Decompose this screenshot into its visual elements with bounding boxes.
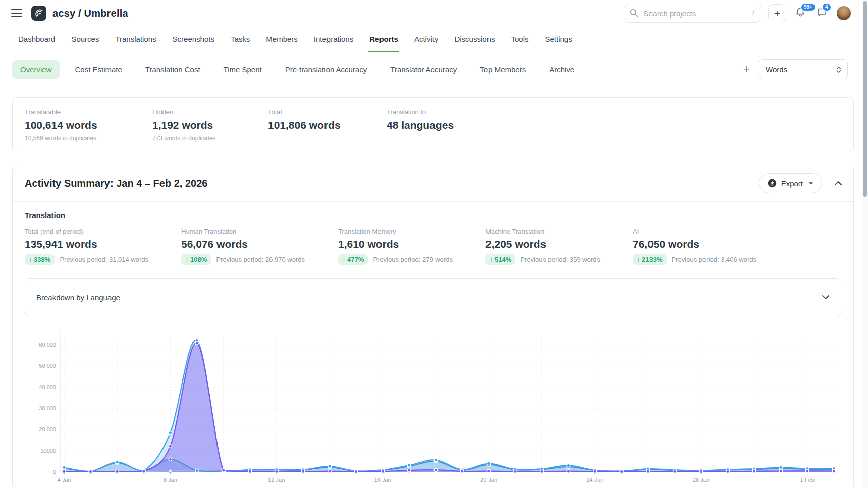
summary-stat-translation-to: Translation to48 languages <box>387 108 454 142</box>
collapse-section-button[interactable] <box>833 178 843 188</box>
metric-previous-period: Previous period: 31,014 words <box>60 256 148 263</box>
stat-note <box>387 135 454 142</box>
svg-text:60 000: 60 000 <box>39 342 56 348</box>
export-download-icon <box>768 179 777 188</box>
svg-text:30 000: 30 000 <box>39 405 56 411</box>
notifications-button[interactable]: 99+ <box>794 6 806 20</box>
breakdown-by-language-panel[interactable]: Breakdown by Language <box>25 278 841 316</box>
metric-delta-badge: ↑ 108% <box>181 254 211 265</box>
export-button[interactable]: Export <box>759 173 822 193</box>
stat-label: Translatable <box>25 108 152 116</box>
summary-stat-translatable: Translatable100,614 words10,569 words in… <box>25 108 152 142</box>
report-tab-translator-accuracy[interactable]: Translator Accuracy <box>382 60 465 79</box>
nav-tab-discussions[interactable]: Discussions <box>453 26 496 52</box>
nav-tab-settings[interactable]: Settings <box>544 26 573 52</box>
svg-text:12 Jan: 12 Jan <box>268 477 285 483</box>
report-tab-cost-estimate[interactable]: Cost Estimate <box>67 60 130 79</box>
project-nav: DashboardSourcesTranslationsScreenshotsT… <box>0 26 868 52</box>
svg-text:20 Jan: 20 Jan <box>480 477 497 483</box>
user-avatar[interactable] <box>837 6 851 20</box>
search-shortcut-hint: / <box>752 9 754 17</box>
nav-tab-members[interactable]: Members <box>265 26 299 52</box>
messages-button[interactable]: 4 <box>816 6 828 20</box>
report-tab-archive[interactable]: Archive <box>541 60 582 79</box>
activity-chart: 01000020 00030 00040 00050 00060 0004 Ja… <box>13 316 853 488</box>
unit-select[interactable]: Words <box>758 59 848 79</box>
svg-text:1 Feb: 1 Feb <box>800 477 815 483</box>
svg-text:8 Jan: 8 Jan <box>164 477 177 483</box>
app-logo[interactable] <box>31 6 46 21</box>
metric-translation-memory: Translation Memory1,610 words↑ 477%Previ… <box>338 228 485 265</box>
words-summary-card: Translatable100,614 words10,569 words in… <box>12 97 854 152</box>
stat-note <box>268 135 387 142</box>
stat-label: Total <box>268 108 387 116</box>
metric-value: 1,610 words <box>338 238 485 250</box>
nav-tab-integrations[interactable]: Integrations <box>313 26 354 52</box>
logo-glyph-icon <box>34 8 44 18</box>
stat-value: 101,806 words <box>268 119 387 131</box>
report-tab-pre-translation-accuracy[interactable]: Pre-translation Accuracy <box>277 60 375 79</box>
svg-text:20 000: 20 000 <box>39 426 56 432</box>
summary-stat-hidden: Hidden1,192 words773 words in duplicates <box>152 108 268 142</box>
nav-tab-activity[interactable]: Activity <box>413 26 440 52</box>
hamburger-menu-icon[interactable] <box>11 9 22 17</box>
project-title: acsy / Umbrella <box>52 8 128 19</box>
metric-previous-period: Previous period: 279 words <box>373 256 453 263</box>
translation-section-title: Translation <box>25 211 841 220</box>
activity-line-chart: 01000020 00030 00040 00050 00060 0004 Ja… <box>25 320 842 488</box>
metric-label: Human Translation <box>181 228 338 235</box>
svg-text:40 000: 40 000 <box>39 384 56 390</box>
messages-badge: 4 <box>822 3 832 12</box>
metric-previous-period: Previous period: 359 words <box>520 256 600 263</box>
report-tab-translation-cost[interactable]: Translation Cost <box>137 60 208 79</box>
stat-label: Translation to <box>387 108 454 116</box>
search-input[interactable] <box>624 4 761 23</box>
nav-tab-translations[interactable]: Translations <box>114 26 157 52</box>
notifications-badge: 99+ <box>800 3 816 12</box>
svg-text:28 Jan: 28 Jan <box>693 477 710 483</box>
stat-value: 1,192 words <box>152 119 268 131</box>
metric-value: 76,050 words <box>633 238 756 250</box>
metric-delta-badge: ↑ 477% <box>338 254 368 265</box>
select-caret-icon <box>836 66 841 73</box>
svg-text:16 Jan: 16 Jan <box>374 477 391 483</box>
scrollbar-thumb[interactable] <box>863 1 867 197</box>
nav-tab-screenshots[interactable]: Screenshots <box>172 26 215 52</box>
report-tab-overview[interactable]: Overview <box>12 60 60 79</box>
stat-value: 100,614 words <box>25 119 152 131</box>
stat-label: Hidden <box>152 108 268 116</box>
svg-text:4 Jan: 4 Jan <box>58 477 71 483</box>
stat-note: 773 words in duplicates <box>152 135 268 142</box>
metric-previous-period: Previous period: 3,406 words <box>672 256 756 263</box>
export-caret-icon <box>808 182 813 185</box>
metric-delta-badge: ↑ 338% <box>25 254 55 265</box>
metric-human-translation: Human Translation56,076 words↑ 108%Previ… <box>181 228 338 265</box>
report-tab-top-members[interactable]: Top Members <box>472 60 534 79</box>
search-box: / <box>624 4 761 23</box>
metric-value: 56,076 words <box>181 238 338 250</box>
metric-label: AI <box>633 228 756 235</box>
metric-value: 2,205 words <box>485 238 633 250</box>
nav-tab-dashboard[interactable]: Dashboard <box>17 26 56 52</box>
stat-note: 10,569 words in duplicates <box>25 135 152 142</box>
add-report-button[interactable]: + <box>743 64 750 75</box>
nav-tab-tools[interactable]: Tools <box>510 26 529 52</box>
nav-tab-sources[interactable]: Sources <box>70 26 100 52</box>
activity-summary-title: Activity Summary: Jan 4 – Feb 2, 2026 <box>25 178 759 189</box>
create-project-button[interactable]: + <box>768 4 786 22</box>
nav-tab-tasks[interactable]: Tasks <box>230 26 251 52</box>
page-scrollbar[interactable] <box>862 0 868 488</box>
svg-text:10000: 10000 <box>40 448 56 454</box>
metric-label: Translation Memory <box>338 228 485 235</box>
summary-stat-total: Total101,806 words <box>268 108 387 142</box>
nav-tab-reports[interactable]: Reports <box>368 26 399 52</box>
report-tab-time-spent[interactable]: Time Spent <box>215 60 270 79</box>
breakdown-label: Breakdown by Language <box>36 293 120 302</box>
reports-subnav: OverviewCost EstimateTranslation CostTim… <box>0 52 868 86</box>
metric-machine-translation: Machine Translation2,205 words↑ 514%Prev… <box>485 228 633 265</box>
chevron-down-icon <box>822 295 830 300</box>
chevron-up-icon <box>834 181 842 186</box>
metric-value: 135,941 words <box>25 238 181 250</box>
metric-delta-badge: ↑ 514% <box>485 254 515 265</box>
svg-text:0: 0 <box>53 469 56 475</box>
